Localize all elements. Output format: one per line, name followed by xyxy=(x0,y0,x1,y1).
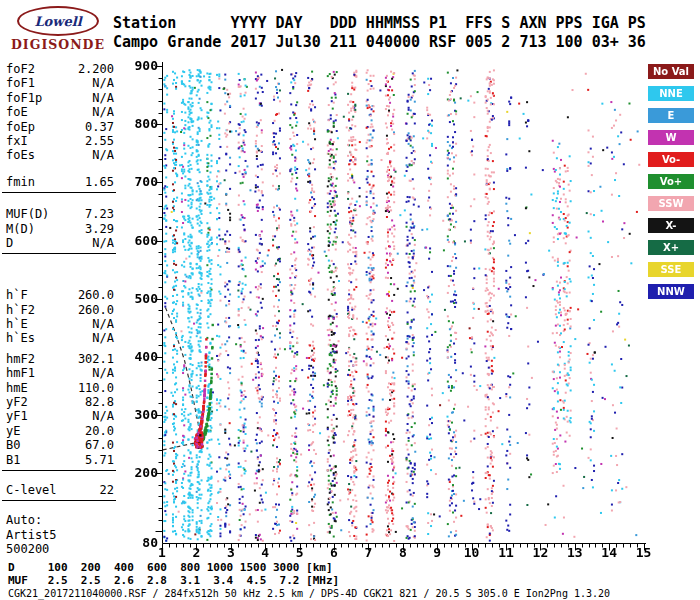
param-row-h-f2: h`F2260.0 xyxy=(2,303,116,317)
legend-item-vo-: Vo+ xyxy=(648,174,694,189)
param-group: C-level22 xyxy=(2,483,116,501)
param-label: h`F xyxy=(6,288,28,302)
param-value: 67.0 xyxy=(85,438,114,452)
param-label: foE xyxy=(6,105,28,119)
legend-item-x-: X- xyxy=(648,218,694,233)
param-value: N/A xyxy=(92,366,114,380)
param-row-h-es: h`EsN/A xyxy=(2,331,116,345)
param-label: M(D) xyxy=(6,222,35,236)
param-group: foF22.200foF1N/AfoF1pN/AfoEN/AfoEp0.37fx… xyxy=(2,62,116,163)
logo-digisonde-text: DIGISONDE xyxy=(6,37,110,52)
legend-item-x-: X+ xyxy=(648,240,694,255)
logo-lowell-text: Lowell xyxy=(34,14,81,29)
param-row-hme: hmE110.0 xyxy=(2,381,116,395)
param-label: yF2 xyxy=(6,395,28,409)
legend-item-e: E xyxy=(648,108,694,123)
param-label: hmF2 xyxy=(6,352,35,366)
param-value: 2.200 xyxy=(78,62,114,76)
param-value: 82.8 xyxy=(85,395,114,409)
param-value: N/A xyxy=(92,317,114,331)
param-value: 3.29 xyxy=(85,222,114,236)
param-label: yF1 xyxy=(6,409,28,423)
param-label: fmin xyxy=(6,175,35,189)
legend-item-w: W xyxy=(648,130,694,145)
muf-row: MUF 2.5 2.5 2.6 2.8 3.1 3.4 4.5 7.2 [MHz… xyxy=(8,574,339,587)
param-value: 110.0 xyxy=(78,381,114,395)
param-value: N/A xyxy=(92,91,114,105)
legend-item-vo-: Vo- xyxy=(648,152,694,167)
param-value: 20.0 xyxy=(85,424,114,438)
param-row-fof1p: foF1pN/A xyxy=(2,91,116,105)
param-label: h`F2 xyxy=(6,303,35,317)
param-label: foF1 xyxy=(6,76,35,90)
param-value: N/A xyxy=(92,105,114,119)
param-row-ye: yE20.0 xyxy=(2,424,116,438)
param-group: Auto:Artist5500200 xyxy=(2,513,116,556)
param-row-b1: B15.71 xyxy=(2,453,116,467)
header-field-values: Campo Grande 2017 Jul30 211 040000 RSF 0… xyxy=(113,33,646,52)
param-row-fof1: foF1N/A xyxy=(2,76,116,90)
param-row-yf1: yF1N/A xyxy=(2,409,116,423)
param-label: 500200 xyxy=(6,542,49,556)
param-group: MUF(D)7.23M(D)3.29DN/A xyxy=(2,207,116,254)
param-label: fxI xyxy=(6,134,28,148)
param-label: D xyxy=(6,236,13,250)
param-label: hmF1 xyxy=(6,366,35,380)
param-row-fmin: fmin1.65 xyxy=(2,175,116,189)
param-value: N/A xyxy=(92,409,114,423)
param-label: foF1p xyxy=(6,91,42,105)
logo-oval: Lowell xyxy=(17,6,99,36)
legend-item-nnw: NNW xyxy=(648,284,694,299)
param-row-foes: foEsN/A xyxy=(2,148,116,162)
param-value: 302.1 xyxy=(78,352,114,366)
param-row-hmf2: hmF2302.1 xyxy=(2,352,116,366)
param-value: N/A xyxy=(92,236,114,250)
param-row-fof2: foF22.200 xyxy=(2,62,116,76)
legend-item-ssw: SSW xyxy=(648,196,694,211)
param-value: 1.65 xyxy=(85,175,114,189)
param-row-muf-d-: MUF(D)7.23 xyxy=(2,207,116,221)
param-label: MUF(D) xyxy=(6,207,49,221)
ionogram-plot xyxy=(122,54,688,560)
param-label: h`E xyxy=(6,317,28,331)
param-value: N/A xyxy=(92,331,114,345)
param-row-h-f: h`F260.0 xyxy=(2,288,116,302)
param-label: C-level xyxy=(6,483,57,497)
param-group: hmF2302.1hmF1N/AhmE110.0yF282.8yF1N/AyE2… xyxy=(2,352,116,471)
param-row-foe: foEN/A xyxy=(2,105,116,119)
param-label: foEp xyxy=(6,120,35,134)
param-label: B1 xyxy=(6,453,20,467)
param-label: yE xyxy=(6,424,20,438)
footer-info: CGK21_2017211040000.RSF / 284fx512h 50 k… xyxy=(8,588,610,599)
param-label: B0 xyxy=(6,438,20,452)
param-value: 7.23 xyxy=(85,207,114,221)
param-row-auto-: Auto: xyxy=(2,513,116,527)
param-label: foF2 xyxy=(6,62,35,76)
param-label: Artist5 xyxy=(6,528,57,542)
param-value: 2.55 xyxy=(85,134,114,148)
param-value: N/A xyxy=(92,76,114,90)
param-value: 22 xyxy=(100,483,114,497)
distance-row: D 100 200 400 600 800 1000 1500 3000 [km… xyxy=(8,561,333,574)
param-row-m-d-: M(D)3.29 xyxy=(2,222,116,236)
param-label: foEs xyxy=(6,148,35,162)
param-row-c-level: C-level22 xyxy=(2,483,116,497)
param-row-d: DN/A xyxy=(2,236,116,250)
lowell-digisonde-logo: Lowell DIGISONDE xyxy=(6,6,110,54)
param-value: 260.0 xyxy=(78,288,114,302)
param-row-yf2: yF282.8 xyxy=(2,395,116,409)
param-label: h`Es xyxy=(6,331,35,345)
param-row-fxi: fxI2.55 xyxy=(2,134,116,148)
param-group: h`F260.0h`F2260.0h`EN/Ah`EsN/A xyxy=(2,288,116,346)
legend-item-no-val: No Val xyxy=(648,64,694,79)
header-field-names: Station YYYY DAY DDD HHMMSS P1 FFS S AXN… xyxy=(113,14,646,33)
param-label: Auto: xyxy=(6,513,42,527)
direction-legend: No ValNNEEWVo-Vo+SSWX-X+SSENNW xyxy=(648,64,694,306)
param-label: hmE xyxy=(6,381,28,395)
parameter-panel: foF22.200foF1N/AfoF1pN/AfoEN/AfoEp0.37fx… xyxy=(2,62,116,557)
param-row-artist5: Artist5 xyxy=(2,528,116,542)
param-row-h-e: h`EN/A xyxy=(2,317,116,331)
param-row-hmf1: hmF1N/A xyxy=(2,366,116,380)
param-value: 0.37 xyxy=(85,120,114,134)
param-row-foep: foEp0.37 xyxy=(2,120,116,134)
